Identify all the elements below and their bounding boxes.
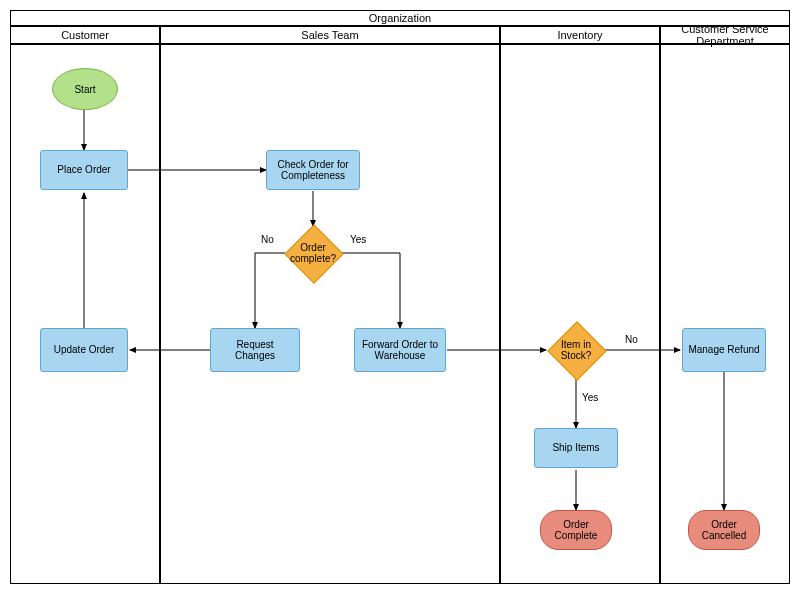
lane-body-inventory — [500, 44, 660, 584]
edge-label-no-2: No — [625, 334, 638, 345]
node-manage-refund: Manage Refund — [682, 328, 766, 372]
edge-label-yes-2: Yes — [582, 392, 598, 403]
lane-body-cs — [660, 44, 790, 584]
node-order-complete: Order Complete — [540, 510, 612, 550]
node-ship-items: Ship Items — [534, 428, 618, 468]
lane-header-customer: Customer — [10, 26, 160, 44]
lane-body-sales — [160, 44, 500, 584]
swimlane-diagram: Organization Customer Sales Team Invento… — [0, 0, 800, 593]
node-place-order: Place Order — [40, 150, 128, 190]
lane-header-sales: Sales Team — [160, 26, 500, 44]
lane-header-cs: Customer Service Department — [660, 26, 790, 44]
diamond-label-order-complete: Order complete? — [285, 233, 341, 273]
node-order-complete-decision: Order complete? — [293, 233, 333, 273]
diamond-label-item-in-stock: Item in Stock? — [548, 330, 604, 370]
lane-body-customer — [10, 44, 160, 584]
node-item-in-stock-decision: Item in Stock? — [556, 330, 596, 370]
node-order-cancelled: Order Cancelled — [688, 510, 760, 550]
edge-label-yes-1: Yes — [350, 234, 366, 245]
node-check-order: Check Order for Completeness — [266, 150, 360, 190]
lane-header-inventory: Inventory — [500, 26, 660, 44]
edge-label-no-1: No — [261, 234, 274, 245]
node-request-changes: Request Changes — [210, 328, 300, 372]
node-update-order: Update Order — [40, 328, 128, 372]
node-forward-order: Forward Order to Warehouse — [354, 328, 446, 372]
start-node: Start — [52, 68, 118, 110]
